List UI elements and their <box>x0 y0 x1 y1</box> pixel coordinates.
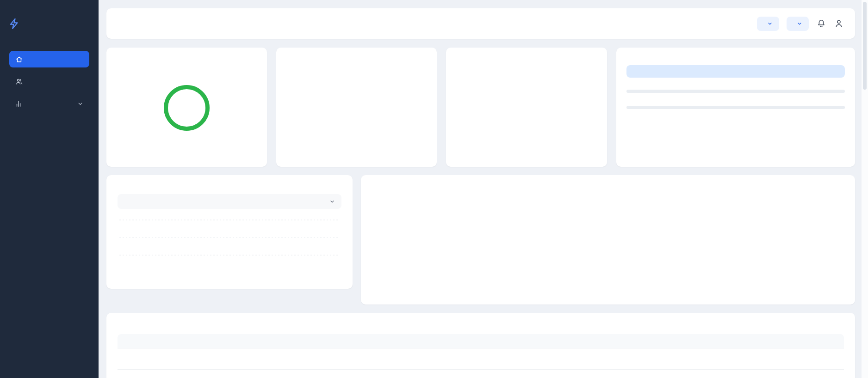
error-rate-card <box>106 175 353 289</box>
booking-rows <box>372 208 598 263</box>
app-logo <box>0 11 99 30</box>
standardization-table <box>118 334 844 370</box>
legend-item-delivered <box>585 295 592 299</box>
progress-track <box>626 106 845 109</box>
column-header-audit-date <box>604 334 844 348</box>
initial-rate-stat <box>199 267 201 274</box>
sidebar <box>0 0 99 378</box>
table-row <box>118 348 844 369</box>
page-header <box>106 8 855 39</box>
erp-bar-0 <box>626 90 845 93</box>
legend-dot <box>604 295 608 299</box>
lightning-bolt-icon <box>8 17 20 30</box>
booking-status-section <box>372 189 598 293</box>
sidebar-item-dashboard[interactable] <box>9 51 89 67</box>
list-item <box>372 224 598 233</box>
home-icon <box>15 55 23 63</box>
legend-item-clicked <box>624 295 631 299</box>
list-item <box>372 208 598 218</box>
workflow-bars <box>475 76 598 137</box>
cell-audit-date <box>604 348 844 369</box>
current-rate-stat <box>118 267 120 274</box>
header-actions <box>757 17 844 31</box>
main-content <box>99 0 868 378</box>
kpi-row <box>106 48 855 167</box>
bell-icon <box>816 18 826 29</box>
legend-dot <box>624 295 628 299</box>
user-icon <box>834 18 844 29</box>
app-window <box>0 0 868 378</box>
organization-selector[interactable] <box>787 17 809 31</box>
switch-organization-button[interactable] <box>757 17 779 31</box>
scrollbar-thumb[interactable] <box>863 2 867 90</box>
email-legend <box>585 295 631 299</box>
error-line-svg <box>118 213 341 262</box>
table-header-row <box>118 334 844 348</box>
erp-metric-volume <box>626 86 845 96</box>
bar-chart-icon <box>15 100 23 108</box>
erp-card <box>616 48 855 167</box>
legend-dot <box>585 295 589 299</box>
legend-item-opened <box>604 295 612 299</box>
erp-status-panel <box>626 65 845 78</box>
standardization-table-card <box>106 313 855 378</box>
progress-track <box>626 90 845 93</box>
sidebar-item-insights[interactable] <box>9 95 89 112</box>
erp-metric-sync-rate <box>626 103 845 112</box>
process-filter-select[interactable] <box>118 194 341 209</box>
list-item <box>372 254 598 263</box>
error-rate-line-chart <box>118 213 341 263</box>
adoption-gauge <box>334 85 379 131</box>
chevron-down-icon <box>329 199 335 204</box>
scrollbar[interactable] <box>862 0 868 378</box>
email-donut-chart <box>695 195 757 256</box>
erp-bar-1 <box>626 106 845 109</box>
adoption-card <box>276 48 437 167</box>
uptime-gauge <box>164 85 210 131</box>
users-icon <box>15 78 23 85</box>
list-item <box>372 239 598 248</box>
uptime-card <box>106 48 267 167</box>
workflow-card <box>446 48 607 167</box>
middle-row <box>106 175 855 305</box>
cell-status <box>227 348 604 369</box>
notifications-button[interactable] <box>816 18 826 29</box>
column-header-plant <box>118 334 227 348</box>
booking-email-card <box>361 175 855 305</box>
workflow-bar-chart <box>455 76 598 137</box>
workflow-legend <box>455 64 598 68</box>
sidebar-item-users[interactable] <box>9 73 89 90</box>
user-profile-button[interactable] <box>834 18 844 29</box>
chevron-down-icon <box>767 21 773 26</box>
legend-dot <box>455 64 459 68</box>
email-performance-section <box>608 189 844 293</box>
chevron-down-icon <box>77 101 83 107</box>
workflow-plot <box>475 76 598 137</box>
workflow-ylabels <box>455 76 475 137</box>
chevron-down-icon <box>797 21 802 26</box>
column-header-status <box>227 334 604 348</box>
sidebar-nav <box>0 51 99 112</box>
error-rate-stats <box>118 267 341 274</box>
cell-plant <box>118 348 227 369</box>
